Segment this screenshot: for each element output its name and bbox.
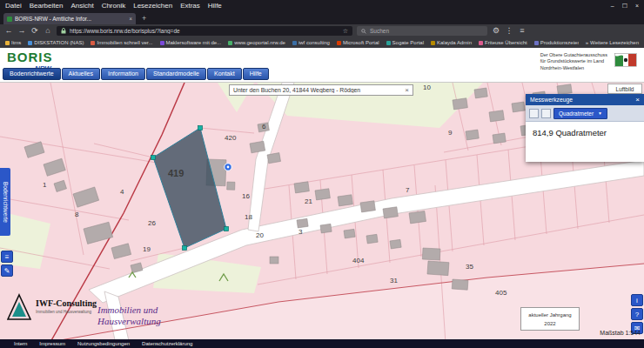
bookmark-label: Sogate Portal <box>392 40 424 45</box>
measure-area-tool-icon[interactable] <box>541 109 551 118</box>
settings-gear-icon[interactable]: ⚙ <box>492 27 500 35</box>
iwf-tagline: Immobilien und Hausverwaltung <box>97 304 161 326</box>
overflow-menu-icon[interactable]: ⋮ <box>505 27 513 35</box>
measure-tools-panel: Messwerkzeuge × Quadratmeter ▼ 814,9 Qua… <box>526 94 644 162</box>
tab-close-button[interactable]: × <box>129 16 132 22</box>
bookmark-item[interactable]: Produktionszeienanba... <box>534 40 579 45</box>
bookmark-item[interactable]: Immobilien schnell ver... <box>91 40 152 45</box>
measure-unit-label: Quadratmeter <box>559 110 594 117</box>
magnifier-icon <box>361 29 366 34</box>
footer-link[interactable]: Intern <box>14 341 27 346</box>
bookmark-favicon-icon <box>479 41 483 45</box>
bookmark-item[interactable]: www.geoportal.nrw.de <box>228 40 285 45</box>
measure-line-tool-icon[interactable] <box>529 109 539 118</box>
reload-icon[interactable]: ⟳ <box>30 27 39 35</box>
clear-search-icon[interactable]: × <box>405 86 409 94</box>
parcel-label: 19 <box>143 245 151 253</box>
measure-toolbar: Quadratmeter ▼ <box>526 105 644 122</box>
nav-button[interactable]: Hilfe <box>243 68 269 80</box>
nav-button[interactable]: Standardmodelle <box>146 68 206 80</box>
nav-button[interactable]: Aktuelles <box>62 68 100 80</box>
parcel-label: 3 <box>299 228 303 236</box>
luftbild-layer-toggle[interactable]: Luftbild <box>607 84 642 94</box>
forward-icon[interactable]: → <box>17 27 26 35</box>
close-window-button[interactable]: × <box>635 3 639 10</box>
bookmark-label: Itms <box>11 40 21 45</box>
measure-result: 814,9 Quadratmeter <box>526 122 644 162</box>
nav-button[interactable]: Kontakt <box>207 68 242 80</box>
nav-button[interactable]: Bodenrichtwerte <box>3 68 61 80</box>
bookmark-favicon-icon <box>431 41 435 45</box>
help-button[interactable]: ? <box>631 308 643 320</box>
bookmarks-bar: Itms DISKSTATION (NAS) Immobilien schnel… <box>0 37 644 48</box>
footer-link[interactable]: Datenschutzerklärung <box>142 341 192 346</box>
parcel-label: 26 <box>148 219 156 227</box>
bookmark-item[interactable]: DISKSTATION (NAS) <box>28 40 84 45</box>
draw-button[interactable]: ✎ <box>1 264 13 277</box>
map-search-value: Unter den Buchen 20, 41844 Wegberg - Röd… <box>233 87 401 93</box>
maximize-button[interactable]: ☐ <box>622 3 627 10</box>
app-header: BORIS .NRW. BodenrichtwerteAktuellesInfo… <box>0 48 644 83</box>
bookmark-item[interactable]: Friteuse Übersicht <box>479 40 527 45</box>
parcel-label: 6 <box>262 123 266 130</box>
year-selector[interactable]: aktueller Jahrgang 2022 <box>520 307 580 331</box>
minimize-button[interactable]: – <box>611 3 614 10</box>
more-bookmarks-label: Weitere Lesezeichen <box>590 40 639 45</box>
bookmark-item[interactable]: iwf consulting <box>292 40 330 45</box>
bookmark-label: Microsoft Portal <box>343 40 379 45</box>
vertex-handle[interactable] <box>151 156 156 160</box>
hamburger-menu-icon[interactable]: ≡ <box>518 27 527 35</box>
parcel-label: 404 <box>352 257 365 264</box>
bookmark-item[interactable]: Kalayda Admin <box>431 40 472 45</box>
search-field[interactable]: Suchen <box>357 26 487 36</box>
home-icon[interactable]: ⌂ <box>44 27 52 35</box>
vertex-handle[interactable] <box>183 246 187 251</box>
bookmark-star-icon[interactable]: ☆ <box>343 28 348 35</box>
back-icon[interactable]: ← <box>4 27 13 35</box>
bookmark-item[interactable]: Itms <box>5 40 21 45</box>
sidebar-tab-bodenrichtwerte[interactable]: Bodenrichtwerte <box>0 168 10 236</box>
search-placeholder: Suchen <box>370 28 389 34</box>
iwf-company-name: IWF-Consulting <box>36 299 97 308</box>
close-panel-icon[interactable]: × <box>635 96 640 104</box>
menu-item[interactable]: Datei <box>5 2 22 10</box>
bookmark-item[interactable]: Microsoft Portal <box>337 40 379 45</box>
vertex-handle[interactable] <box>225 227 229 231</box>
iwf-tagline-line1: Immobilien und <box>97 304 161 316</box>
menu-item[interactable]: Extras <box>180 2 200 10</box>
vertex-handle[interactable] <box>198 126 203 130</box>
browser-tab[interactable]: BORIS-NRW - Amtliche Infor... × <box>3 13 136 24</box>
map-search-input[interactable]: Unter den Buchen 20, 41844 Wegberg - Röd… <box>229 84 413 96</box>
menu-item[interactable]: Ansicht <box>70 2 93 10</box>
chevron-down-icon: ▼ <box>598 110 602 116</box>
measure-panel-header[interactable]: Messwerkzeuge × <box>526 94 644 105</box>
menu-item[interactable]: Lesezeichen <box>133 2 172 10</box>
parcel-label: 20 <box>256 231 264 239</box>
menu-item[interactable]: Chronik <box>102 2 126 10</box>
measure-unit-dropdown[interactable]: Quadratmeter ▼ <box>553 108 607 119</box>
bookmark-label: iwf consulting <box>299 40 330 45</box>
parcel-label: 8 <box>75 211 79 218</box>
map-canvas[interactable]: 42041961482619161820213740431354051092 U… <box>0 83 644 348</box>
url-bar[interactable]: https://www.boris.nrw.de/borisplus/?lang… <box>57 26 352 36</box>
bookmark-favicon-icon <box>337 41 341 45</box>
parcel-label: 10 <box>423 84 431 91</box>
address-pin-icon <box>225 164 231 171</box>
bookmark-item[interactable]: Maklersoftware mit de... <box>160 40 222 45</box>
footer-link[interactable]: Impressum <box>39 341 65 346</box>
bookmark-label: www.geoportal.nrw.de <box>234 40 285 45</box>
info-button[interactable]: i <box>631 294 643 306</box>
menu-item[interactable]: Bearbeiten <box>30 2 64 10</box>
parcel-label: 16 <box>242 192 250 200</box>
year-label: aktueller Jahrgang <box>521 311 579 320</box>
measure-panel-title: Messwerkzeuge <box>530 97 573 103</box>
bookmark-item[interactable]: Sogate Portal <box>386 40 424 45</box>
parcel-label: 419 <box>168 168 184 178</box>
layers-button[interactable]: ≡ <box>1 251 13 263</box>
more-bookmarks-button[interactable]: » Weitere Lesezeichen <box>586 40 639 45</box>
menu-item[interactable]: Hilfe <box>208 2 222 10</box>
new-tab-button[interactable]: + <box>142 13 146 24</box>
nav-button[interactable]: Information <box>101 68 145 80</box>
footer-link[interactable]: Nutzungsbedingungen <box>77 341 130 346</box>
bookmark-favicon-icon <box>160 41 164 45</box>
